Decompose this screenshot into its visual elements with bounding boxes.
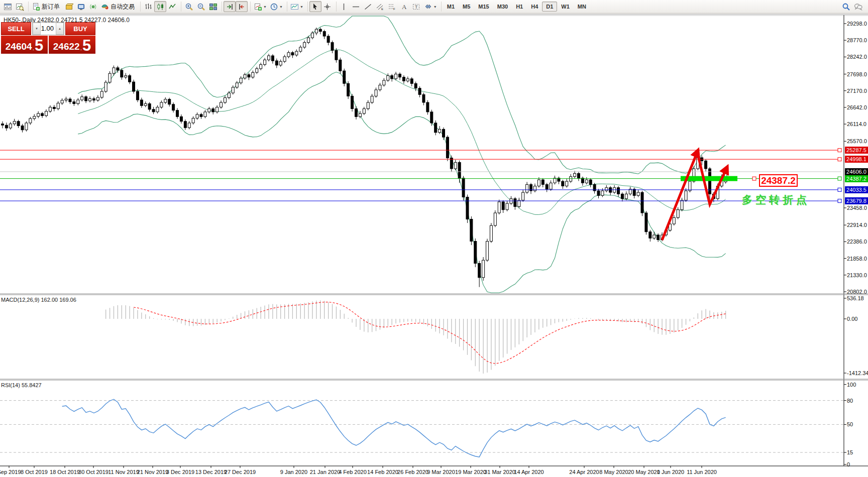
crosshair-button[interactable] <box>321 1 334 12</box>
signal-icon <box>89 3 97 11</box>
zoom-in-button[interactable] <box>183 1 195 12</box>
periods-button[interactable]: ▼ <box>268 1 284 12</box>
date-axis-label: 27 Dec 2019 <box>225 469 256 475</box>
date-axis-label: 24 Apr 2020 <box>569 469 599 475</box>
vertical-line-button[interactable] <box>338 1 350 12</box>
templates-button[interactable]: ▼ <box>289 1 305 12</box>
timeframe-m1-button[interactable]: M1 <box>443 2 459 12</box>
chat-button[interactable] <box>852 1 864 12</box>
toolbar-group: ▼▼ <box>252 1 284 12</box>
equidistant-channel-button[interactable]: E <box>374 1 386 12</box>
vline-icon <box>340 3 348 11</box>
timeframe-mn-button[interactable]: MN <box>574 2 590 12</box>
date-axis-label: 26 Feb 2020 <box>397 469 428 475</box>
date-axis-label: 14 Apr 2020 <box>514 469 544 475</box>
new-order-button[interactable]: 新订单 <box>30 1 63 12</box>
timeframe-d1-button[interactable]: D1 <box>542 2 557 12</box>
timeframe-h1-button[interactable]: H1 <box>512 2 527 12</box>
signals-button[interactable] <box>87 1 99 12</box>
new-order-icon <box>32 3 40 11</box>
arrows-button[interactable]: ▼ <box>422 1 439 12</box>
price-axis-tick: 21330.0 <box>847 272 868 278</box>
bar-chart-button[interactable] <box>142 1 154 12</box>
fibonacci-retracement-button[interactable]: F <box>386 1 398 12</box>
date-axis-label: 13 Dec 2019 <box>195 469 227 475</box>
date-axis-label: 8 May 2020 <box>599 469 628 475</box>
volume-value[interactable]: 1.00 <box>41 23 56 35</box>
price-axis-tick: 25570.0 <box>847 138 868 144</box>
timeframe-h4-button[interactable]: H4 <box>527 2 542 12</box>
toolbar-group <box>309 1 334 12</box>
price-callout-box[interactable]: 24387.2 <box>759 174 798 187</box>
market-watch-button[interactable] <box>63 1 75 12</box>
chart-shift-button[interactable] <box>236 1 248 12</box>
channel-icon: E <box>376 3 384 11</box>
trendline-button[interactable] <box>362 1 374 12</box>
timeframe-m15-button[interactable]: M15 <box>474 2 493 12</box>
buy-button[interactable]: BUY <box>65 22 95 35</box>
toolbar-separator <box>219 2 222 12</box>
date-axis-label: 18 Oct 2019 <box>50 469 80 475</box>
sell-price-main: 24604 <box>6 41 32 53</box>
price-level-badge: 24998.1 <box>845 156 868 163</box>
sell-price[interactable]: 24604 . 5 <box>1 36 48 54</box>
rsi-axis-tick: 50 <box>847 421 868 427</box>
arrows-dropdown-caret[interactable]: ▼ <box>433 5 437 9</box>
date-axis-label: 30 Oct 2019 <box>78 469 108 475</box>
text-button[interactable]: A <box>398 1 410 12</box>
toolbar-separator <box>439 2 442 12</box>
sell-button[interactable]: SELL <box>1 22 31 35</box>
volume-decrement-button[interactable]: ▼ <box>33 23 41 35</box>
buy-price[interactable]: 24622 . 5 <box>49 36 95 54</box>
price-level-badge: 24606.0 <box>845 168 868 175</box>
sell-price-frac: 5 <box>35 38 43 53</box>
tile-windows-button[interactable] <box>207 1 219 12</box>
chart-canvas[interactable] <box>0 14 868 477</box>
linechart-icon <box>168 3 177 11</box>
line-chart-button[interactable] <box>166 1 178 12</box>
price-axis-tick: 26114.0 <box>847 121 868 127</box>
chart-area[interactable]: HK50-,Daily 24282.0 24721.5 24227.0 2460… <box>0 14 868 477</box>
toolbar-separator <box>284 2 287 12</box>
text-label-button[interactable]: T <box>410 1 422 12</box>
volume-stepper[interactable]: ▼ 1.00 ▲ <box>32 22 64 35</box>
horizontal-line-button[interactable] <box>350 1 362 12</box>
turning-point-annotation[interactable]: 多空转折点 <box>742 193 810 207</box>
date-axis-label: 11 Nov 2019 <box>108 469 139 475</box>
price-level-badge: 25287.5 <box>845 147 868 154</box>
volume-increment-button[interactable]: ▲ <box>56 23 64 35</box>
date-axis-label: 4 Feb 2020 <box>339 469 367 475</box>
navigator-button[interactable] <box>75 1 87 12</box>
buy-price-main: 24622 <box>53 41 80 53</box>
indicators-button[interactable]: ▼ <box>252 1 268 12</box>
price-level-badge: 24387.2 <box>845 175 868 182</box>
new-order-label: 新订单 <box>42 3 60 11</box>
toolbar-group <box>2 1 26 12</box>
timeframe-m30-button[interactable]: M30 <box>493 2 512 12</box>
toolbar-group <box>183 1 219 12</box>
price-axis-tick: 28770.0 <box>847 37 868 43</box>
toolbar: 新订单自动交易▼▼▼EFAT▼M1M5M15M30H1H4D1W1MN <box>0 0 868 14</box>
periods-dropdown-caret[interactable]: ▼ <box>279 5 283 9</box>
svg-text:E: E <box>381 8 383 11</box>
auto-trading-button[interactable]: 自动交易 <box>99 1 138 12</box>
candlestick-chart-button[interactable] <box>154 1 166 12</box>
svg-text:T: T <box>415 5 418 10</box>
auto-scroll-button[interactable] <box>224 1 236 12</box>
search-button[interactable] <box>840 1 852 12</box>
macd-axis-tick: 0.00 <box>847 316 868 322</box>
toolbar-separator <box>248 2 251 12</box>
new-chart-button[interactable] <box>2 1 14 12</box>
price-axis-tick: 21858.0 <box>847 256 868 262</box>
cursor-button[interactable] <box>309 1 321 12</box>
date-axis-label: 11 Jun 2020 <box>687 469 717 475</box>
templates-dropdown-caret[interactable]: ▼ <box>300 5 303 9</box>
fibo-icon: F <box>388 3 396 11</box>
price-axis-tick: 28242.0 <box>847 54 868 60</box>
timeframe-w1-button[interactable]: W1 <box>557 2 574 12</box>
zoom-out-button[interactable] <box>195 1 207 12</box>
timeframe-m5-button[interactable]: M5 <box>459 2 474 12</box>
chart-profiles-button[interactable] <box>14 1 26 12</box>
candles-icon <box>156 3 165 11</box>
indicators-dropdown-caret[interactable]: ▼ <box>263 5 267 9</box>
